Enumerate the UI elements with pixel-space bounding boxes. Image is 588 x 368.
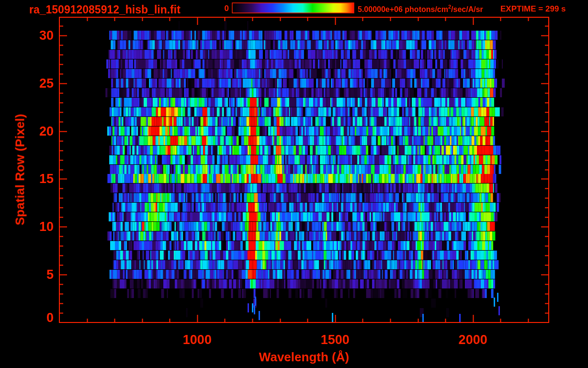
spectrogram-canvas [0,0,588,368]
x-axis-title: Wavelength (Å) [59,350,549,365]
x-tick-label: 1500 [321,333,350,347]
y-tick-label: 25 [0,76,54,91]
flux-superscript: 2 [448,4,451,10]
page-title: ra_150912085912_hisb_lin.fit [29,3,181,16]
y-tick-label: 5 [0,267,54,282]
colorbar-max-units-label: 5.00000e+06 photons/cm2/sec/A/sr [358,4,483,14]
y-tick-label: 30 [0,28,54,43]
y-tick-label: 15 [0,172,54,186]
exptime-label: EXPTIME = 299 s [500,4,566,14]
y-tick-label: 10 [0,219,54,234]
flux-prefix: 5.00000e+06 photons/cm [358,5,448,13]
y-tick-label: 20 [0,124,54,138]
y-tick-label: 0 [0,310,54,325]
x-tick-label: 1000 [183,333,212,347]
x-tick-label: 2000 [459,333,487,347]
flux-suffix: /sec/A/sr [451,5,483,13]
plot-window: ra_150912085912_hisb_lin.fit 0 5.00000e+… [0,0,588,368]
colorbar-min-label: 0 [215,4,229,13]
